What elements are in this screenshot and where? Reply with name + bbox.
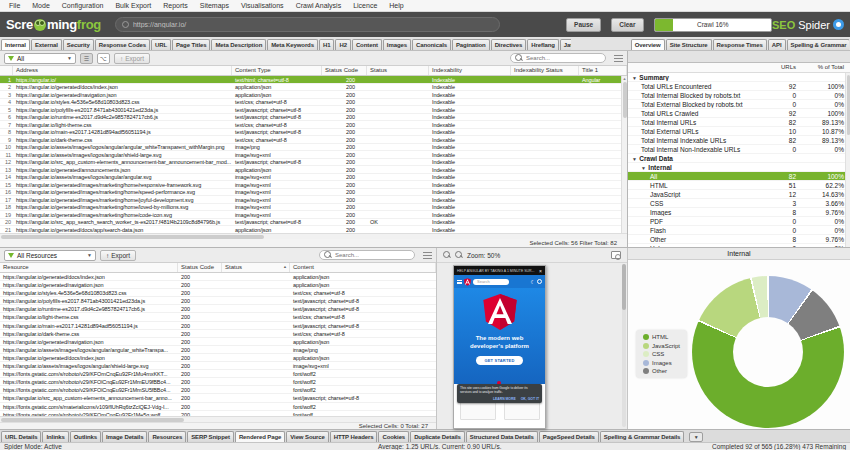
top-search-box[interactable] <box>510 53 606 63</box>
tab-url-details[interactable]: URL Details <box>1 431 41 442</box>
tab-meta-description[interactable]: Meta Description <box>211 39 266 50</box>
tab-h1[interactable]: H1 <box>319 39 334 50</box>
zoom-in-icon[interactable] <box>455 251 463 259</box>
menu-item-crawl-analysis[interactable]: Crawl Analysis <box>291 2 347 9</box>
table-row[interactable]: 15https://angular.io/generated/images/ma… <box>0 181 627 189</box>
table-row[interactable]: https://angular.io/assets/images/logos/a… <box>0 346 436 354</box>
overview-row-other[interactable]: Other89.76% <box>628 235 850 244</box>
table-row[interactable]: 13https://angular.io/generated/announcem… <box>0 166 627 174</box>
scroll-thumb[interactable] <box>622 264 626 310</box>
tab-images[interactable]: Images <box>383 39 411 50</box>
legend-item-html[interactable]: HTML <box>643 334 680 340</box>
tab-http-headers[interactable]: HTTP Headers <box>330 431 378 442</box>
column-config-icon[interactable] <box>423 251 432 259</box>
tab-content[interactable]: Content <box>352 39 382 50</box>
table-row[interactable]: https://angular.io/polyfills-es2017.8471… <box>0 297 436 305</box>
table-row[interactable]: 3https://angular.io/generated/navigation… <box>0 91 627 99</box>
overview-row-all[interactable]: All82100% <box>628 172 850 181</box>
overview-scrollbar[interactable] <box>845 73 850 247</box>
table-row[interactable]: 4https://angular.io/styles.4e536e5e68d10… <box>0 99 627 107</box>
table-row[interactable]: https://angular.io/generated/navigation.… <box>0 281 436 289</box>
collapse-arrow-icon[interactable]: ▼ <box>632 75 638 81</box>
tab-structured-data-details[interactable]: Structured Data Details <box>466 431 538 442</box>
list-view-button[interactable]: ☰ <box>80 53 93 64</box>
table-row[interactable]: https://angular.io/styles.4e536e5e68d108… <box>0 289 436 297</box>
column-header-address[interactable]: Address <box>13 66 232 75</box>
resources-filter-dropdown[interactable]: All Resources ▼ <box>4 250 96 261</box>
table-row[interactable]: https://angular.io/main-es2017.14281d894… <box>0 322 436 330</box>
column-header-pct[interactable]: % of Total <box>802 63 850 72</box>
column-header-rownum[interactable] <box>0 66 13 75</box>
column-header-status[interactable]: Status▲ <box>222 263 290 272</box>
tab-internal[interactable]: Internal <box>1 39 30 50</box>
url-bar[interactable] <box>115 17 500 32</box>
tab-security[interactable]: Security <box>63 39 94 50</box>
table-row[interactable]: 11https://angular.io/assets/images/logos… <box>0 151 627 159</box>
tab-hreflang[interactable]: Hreflang <box>527 39 559 50</box>
overview-row-total-external-blocked-by-robots-txt[interactable]: Total External Blocked by robots.txt00% <box>628 100 850 109</box>
clear-button[interactable]: Clear <box>611 18 643 32</box>
tab-directives[interactable]: Directives <box>491 39 527 50</box>
column-header-indexability[interactable]: Indexability <box>429 66 511 75</box>
menu-item-bulk-export[interactable]: Bulk Export <box>110 2 156 9</box>
screenshot-icon[interactable] <box>611 251 621 259</box>
overview-row-total-urls-encountered[interactable]: Total URLs Encountered92100% <box>628 82 850 91</box>
tab-response-codes[interactable]: Response Codes <box>95 39 150 50</box>
top-search-input[interactable] <box>526 55 601 61</box>
tab-rendered-page[interactable]: Rendered Page <box>235 431 285 442</box>
overview-row-images[interactable]: Images89.76% <box>628 208 850 217</box>
overview-row-pdf[interactable]: PDF00% <box>628 217 850 226</box>
overview-row-total-external-urls[interactable]: Total External URLs1010.87% <box>628 127 850 136</box>
overview-row-summary[interactable]: ▼ Summary <box>628 73 850 82</box>
overview-row-flash[interactable]: Flash00% <box>628 226 850 235</box>
tab-meta-keywords[interactable]: Meta Keywords <box>267 39 318 50</box>
tab-site-structure[interactable]: Site Structure <box>666 39 712 50</box>
collapse-arrow-icon[interactable]: ▼ <box>632 156 638 162</box>
tab-javascript[interactable]: JavaScript <box>560 39 571 50</box>
table-row[interactable]: 2https://angular.io/generated/docs/index… <box>0 84 627 92</box>
menu-item-visualisations[interactable]: Visualisations <box>236 2 289 9</box>
top-horizontal-scrollbar[interactable] <box>0 233 627 239</box>
tab-duplicate-details[interactable]: Duplicate Details <box>410 431 465 442</box>
tab-pagespeed-details[interactable]: PageSpeed Details <box>539 431 599 442</box>
table-row[interactable]: 18https://angular.io/generated/images/ma… <box>0 204 627 212</box>
column-header-content-type[interactable]: Content Type <box>232 66 322 75</box>
table-row[interactable]: https://angular.io/generated/docs/index.… <box>0 354 436 362</box>
table-row[interactable]: 1https://angular.io/text/html; charset=u… <box>0 76 627 84</box>
table-row[interactable]: https://fonts.gstatic.com/s/materialicon… <box>0 403 436 411</box>
tab-api[interactable]: API <box>768 39 786 50</box>
table-row[interactable]: https://angular.io/light-theme.css200tex… <box>0 313 436 321</box>
table-row[interactable]: https://fonts.gstatic.com/s/roboto/v29/K… <box>0 378 436 386</box>
table-row[interactable]: 8https://angular.io/main-es2017.14281d89… <box>0 129 627 137</box>
table-row[interactable]: 14https://angular.io/assets/images/logos… <box>0 174 627 182</box>
legend-item-javascript[interactable]: JavaScript <box>643 343 680 349</box>
scroll-thumb[interactable] <box>623 82 627 118</box>
tab-overflow-button[interactable]: ▼ <box>689 432 703 442</box>
tab-page-titles[interactable]: Page Titles <box>172 39 210 50</box>
bottom-search-input[interactable] <box>335 252 410 258</box>
overview-row-html[interactable]: HTML5162.2% <box>628 181 850 190</box>
table-row[interactable]: 19https://angular.io/generated/images/ma… <box>0 211 627 219</box>
overview-row-total-internal-blocked-by-robots-txt[interactable]: Total Internal Blocked by robots.txt00% <box>628 91 850 100</box>
column-header-status[interactable]: Status <box>367 66 429 75</box>
legend-item-other[interactable]: Other <box>643 368 680 374</box>
url-input[interactable] <box>133 21 493 28</box>
column-header-indexability-status[interactable]: Indexability Status <box>511 66 579 75</box>
scroll-thumb[interactable] <box>1 418 184 422</box>
legend-item-images[interactable]: Images <box>643 360 680 366</box>
tab-overview[interactable]: Overview <box>631 39 665 50</box>
table-row[interactable]: 6https://angular.io/runtime-es2017.d9d4c… <box>0 114 627 122</box>
tab-pagination[interactable]: Pagination <box>452 39 490 50</box>
overview-row-total-internal-indexable-urls[interactable]: Total Internal Indexable URLs8289.13% <box>628 136 850 145</box>
preview-scrollbar[interactable] <box>622 264 626 427</box>
tab-canonicals[interactable]: Canonicals <box>412 39 451 50</box>
table-row[interactable]: https://angular.io/assets/images/logos/a… <box>0 362 436 370</box>
overview-row-crawl-data[interactable]: ▼ Crawl Data <box>628 154 850 163</box>
overview-row-css[interactable]: CSS33.66% <box>628 199 850 208</box>
column-config-icon[interactable] <box>614 54 623 62</box>
tab-cookies[interactable]: Cookies <box>378 431 409 442</box>
tab-image-details[interactable]: Image Details <box>102 431 147 442</box>
column-header-resource[interactable]: Resource <box>0 263 178 272</box>
tab-response-times[interactable]: Response Times <box>713 39 767 50</box>
resources-export-button[interactable]: ↑Export <box>100 250 136 261</box>
